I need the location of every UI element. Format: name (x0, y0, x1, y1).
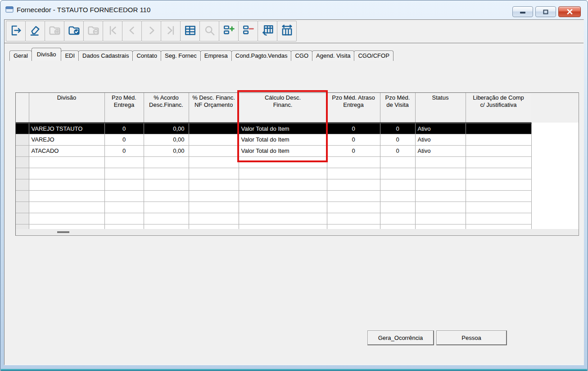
grid-cell[interactable] (239, 168, 327, 179)
grid-cell[interactable] (239, 190, 327, 202)
row-indicator-header[interactable] (16, 93, 29, 123)
grid-cell[interactable]: Ativo (415, 123, 466, 134)
grid-cell[interactable] (104, 224, 144, 229)
grid-cell[interactable] (104, 179, 144, 190)
grid-cell[interactable] (144, 202, 189, 213)
grid-cell[interactable] (415, 224, 466, 229)
column-header-pzo-med-entrega[interactable]: Pzo Méd. Entrega (104, 93, 144, 123)
grid-cell[interactable] (466, 123, 531, 134)
grid-cell[interactable] (104, 190, 144, 202)
title-bar[interactable]: Fornecedor - TSTAUTO FORNECEDOR 110 (0, 0, 588, 19)
column-header-acordo-desc-financ[interactable]: % Acordo Desc.Financ. (144, 93, 189, 123)
table-row[interactable] (16, 168, 531, 179)
grid-cell[interactable] (466, 134, 531, 145)
tab-dados-cadastrais[interactable]: Dados Cadastrais (78, 50, 133, 61)
row-indicator[interactable] (16, 123, 29, 134)
grid-cell[interactable] (239, 213, 327, 224)
toolbar-refresh-grid-button[interactable] (258, 21, 277, 41)
tab-cgo[interactable]: CGO (291, 50, 312, 61)
grid-cell[interactable] (466, 179, 531, 190)
grid-cell[interactable] (29, 168, 104, 179)
toolbar-exit-button[interactable] (6, 21, 26, 41)
row-indicator[interactable] (16, 202, 29, 213)
grid-cell[interactable] (239, 156, 327, 168)
grid-cell[interactable] (327, 224, 380, 229)
grid-cell[interactable] (189, 224, 239, 229)
grid-cell[interactable] (380, 224, 415, 229)
table-row[interactable] (16, 224, 531, 229)
grid-cell[interactable] (466, 224, 531, 229)
grid-cell[interactable] (189, 202, 239, 213)
row-indicator[interactable] (16, 190, 29, 202)
grid-cell[interactable]: VAREJO (29, 134, 104, 145)
grid-cell[interactable] (29, 179, 104, 190)
toolbar-add-row-button[interactable] (219, 21, 239, 41)
grid-cell[interactable]: Valor Total do Item (239, 145, 327, 156)
grid-cell[interactable] (380, 168, 415, 179)
grid-cell[interactable] (466, 168, 531, 179)
grid-cell[interactable] (415, 179, 466, 190)
grid-cell[interactable] (466, 202, 531, 213)
grid-cell[interactable] (29, 202, 104, 213)
grid-cell[interactable] (104, 213, 144, 224)
grid-cell[interactable] (29, 190, 104, 202)
grid-cell[interactable] (189, 179, 239, 190)
table-row[interactable] (16, 156, 531, 168)
column-header-calculo-desc-financ[interactable]: Cálculo Desc. Financ. (239, 93, 327, 123)
grid-cell[interactable]: 0,00 (144, 145, 189, 156)
toolbar-remove-row-button[interactable] (238, 21, 258, 41)
column-header-desc-financ-nf-orcamento[interactable]: % Desc. Financ. NF Orçamento (189, 93, 239, 123)
grid-cell[interactable]: 0 (380, 145, 415, 156)
column-header-divisao[interactable]: Divisão (29, 93, 104, 123)
grid-cell[interactable] (380, 202, 415, 213)
toolbar-grid-view-button[interactable] (180, 21, 200, 41)
grid-cell[interactable] (380, 190, 415, 202)
grid-cell[interactable] (415, 156, 466, 168)
grid-cell[interactable] (144, 179, 189, 190)
grid-cell[interactable] (466, 156, 531, 168)
grid-cell[interactable] (466, 145, 531, 156)
table-row[interactable]: VAREJO00,00Valor Total do Item00Ativo (16, 134, 531, 145)
grid-cell[interactable] (144, 224, 189, 229)
grid-cell[interactable] (327, 202, 380, 213)
column-header-pzo-med-de-visita[interactable]: Pzo Méd. de Visita (380, 93, 415, 123)
grid-cell[interactable] (29, 156, 104, 168)
table-row[interactable]: VAREJO TSTAUTO00,00Valor Total do Item00… (16, 123, 531, 134)
grid-cell[interactable]: 0,00 (144, 123, 189, 134)
table-row[interactable] (16, 190, 531, 202)
row-indicator[interactable] (16, 213, 29, 224)
data-grid[interactable]: DivisãoPzo Méd. Entrega% Acordo Desc.Fin… (15, 92, 579, 236)
table-row[interactable] (16, 213, 531, 224)
tab-agend-visita[interactable]: Agend. Visita (312, 50, 354, 61)
grid-cell[interactable] (327, 190, 380, 202)
grid-cell[interactable] (189, 156, 239, 168)
grid-cell[interactable] (189, 145, 239, 156)
grid-cell[interactable] (239, 224, 327, 229)
grid-cell[interactable] (29, 224, 104, 229)
tab-seg-fornec[interactable]: Seg. Fornec (161, 50, 201, 61)
row-indicator[interactable] (16, 156, 29, 168)
grid-cell[interactable] (189, 168, 239, 179)
grid-cell[interactable] (327, 179, 380, 190)
grid-cell[interactable] (327, 168, 380, 179)
grid-cell[interactable] (144, 190, 189, 202)
grid-cell[interactable]: Valor Total do Item (239, 134, 327, 145)
grid-cell[interactable] (239, 202, 327, 213)
table-row[interactable] (16, 202, 531, 213)
horizontal-scrollbar[interactable] (16, 229, 579, 235)
grid-cell[interactable] (415, 168, 466, 179)
tab-geral[interactable]: Geral (9, 50, 32, 61)
grid-cell[interactable] (415, 202, 466, 213)
grid-cell[interactable]: ATACADO (29, 145, 104, 156)
table-row[interactable]: ATACADO00,00Valor Total do Item00Ativo (16, 145, 531, 156)
grid-cell[interactable] (415, 190, 466, 202)
grid-cell[interactable]: VAREJO TSTAUTO (29, 123, 104, 134)
row-indicator[interactable] (16, 224, 29, 229)
row-indicator[interactable] (16, 168, 29, 179)
grid-cell[interactable]: 0 (104, 123, 144, 134)
close-button[interactable] (558, 6, 581, 17)
tab-contato[interactable]: Contato (132, 50, 161, 61)
grid-cell[interactable]: Ativo (415, 145, 466, 156)
grid-cell[interactable] (189, 123, 239, 134)
grid-cell[interactable] (104, 202, 144, 213)
